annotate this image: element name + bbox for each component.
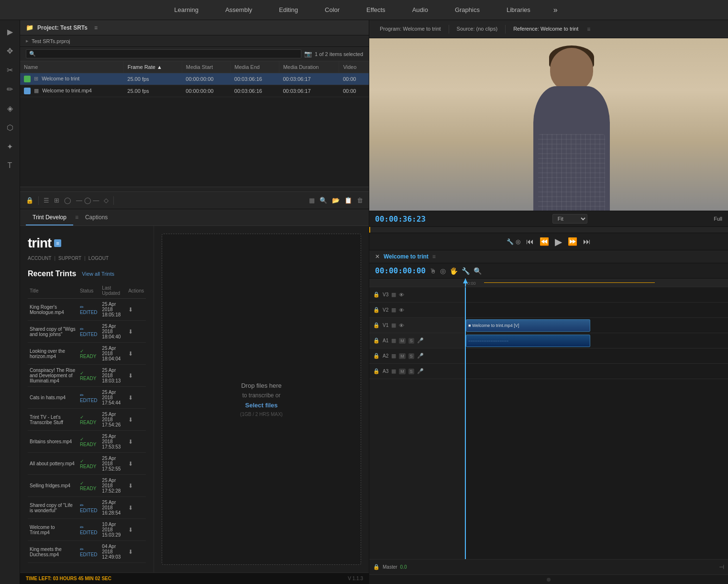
logout-link[interactable]: LOGOUT xyxy=(88,256,109,261)
delete-icon[interactable]: 🗑 xyxy=(357,197,363,204)
drop-zone[interactable]: Drop files here to transcribe or Select … xyxy=(162,234,361,565)
download-icon[interactable]: ⬇ xyxy=(128,527,133,533)
track-lock-v1[interactable]: 🔒 xyxy=(373,322,380,328)
tab-captions[interactable]: Captions xyxy=(78,209,114,225)
trint-row-3[interactable]: Conspiracy! The Rise and Development of … xyxy=(28,365,146,387)
nav-item-libraries[interactable]: Libraries xyxy=(503,4,534,15)
step-forward-btn[interactable]: ⏩ xyxy=(568,237,577,246)
download-icon[interactable]: ⬇ xyxy=(128,306,133,313)
trint-row-5[interactable]: Trint TV - Let's Transcribe Stuff ✓ READ… xyxy=(28,409,146,431)
nav-item-learning[interactable]: Learning xyxy=(170,4,202,15)
trint-row-0[interactable]: King Roger's Monologue.mp4 ✏ EDITED 25 A… xyxy=(28,299,146,321)
trint-actions[interactable]: ⬇ xyxy=(126,431,146,453)
track-mute-a2[interactable]: M xyxy=(399,353,406,359)
tl-tool-search[interactable]: 🔍 xyxy=(474,267,482,275)
track-lock-v3[interactable]: 🔒 xyxy=(373,292,380,298)
trint-row-7[interactable]: All about pottery.mp4 ✓ READY 25 Apr 201… xyxy=(28,453,146,475)
tool-select[interactable]: ▶ xyxy=(3,25,17,38)
download-icon[interactable]: ⬇ xyxy=(128,394,133,401)
account-link[interactable]: ACCOUNT xyxy=(28,256,51,261)
go-to-start-btn[interactable]: ⏮ xyxy=(526,237,534,246)
track-mute-a3[interactable]: M xyxy=(399,369,406,374)
trint-actions[interactable]: ⬇ xyxy=(126,453,146,475)
tool-ripple[interactable]: ✏ xyxy=(3,82,17,96)
trint-row-4[interactable]: Cats in hats.mp4 ✏ EDITED 25 Apr 2018 17… xyxy=(28,387,146,409)
file-row-0[interactable]: ⊞ Welcome to trint 25.00 fps 00:00:00:00… xyxy=(20,73,369,85)
nav-item-effects[interactable]: Effects xyxy=(363,4,389,15)
trint-actions[interactable]: ⬇ xyxy=(126,497,146,519)
download-icon[interactable]: ⬇ xyxy=(128,438,133,445)
tl-tool-rolling[interactable]: ◎ xyxy=(440,267,446,275)
monitor-menu-icon[interactable]: ≡ xyxy=(587,26,590,33)
col-video[interactable]: Video xyxy=(339,61,369,73)
drop-zone-select[interactable]: Select files xyxy=(245,402,278,409)
nav-item-graphics[interactable]: Graphics xyxy=(451,4,484,15)
track-eye-v1[interactable]: 👁 xyxy=(399,323,404,328)
trint-row-10[interactable]: Welcome to Trint.mp4 ✏ EDITED 10 Apr 201… xyxy=(28,519,146,541)
track-mic-a2[interactable]: 🎤 xyxy=(417,353,424,359)
track-eye-v2[interactable]: 👁 xyxy=(399,307,404,313)
trint-tab-menu[interactable]: ≡ xyxy=(75,214,78,221)
track-toggle-v3[interactable]: ▦ xyxy=(391,292,396,298)
play-pause-btn[interactable]: ▶ xyxy=(555,236,562,247)
trint-row-8[interactable]: Selling fridges.mp4 ✓ READY 25 Apr 2018 … xyxy=(28,475,146,497)
tl-tool-hand[interactable]: 🖐 xyxy=(450,267,458,275)
track-solo-a1[interactable]: S xyxy=(408,338,414,344)
download-icon[interactable]: ⬇ xyxy=(128,416,133,423)
trint-row-1[interactable]: Shared copy of "Wigs and long johns" ✏ E… xyxy=(28,321,146,343)
audio-clip-a1[interactable]: ~~~~~~~~~~~~~~~~~~ xyxy=(466,335,590,347)
download-icon[interactable]: ⬇ xyxy=(128,483,133,489)
trint-actions[interactable]: ⬇ xyxy=(126,387,146,409)
track-mute-a1[interactable]: M xyxy=(399,338,406,344)
trint-actions[interactable]: ⬇ xyxy=(126,321,146,343)
track-solo-a2[interactable]: S xyxy=(408,353,414,359)
trint-row-2[interactable]: Looking over the horizon.mp4 ✓ READY 25 … xyxy=(28,343,146,365)
trint-actions[interactable]: ⬇ xyxy=(126,343,146,365)
tool-pen[interactable]: ✦ xyxy=(3,140,17,153)
download-icon[interactable]: ⬇ xyxy=(128,505,133,511)
col-mediastart[interactable]: Media Start xyxy=(182,61,231,73)
track-toggle-a2[interactable]: ▦ xyxy=(391,353,396,359)
go-to-end-btn[interactable]: ⏭ xyxy=(583,237,591,246)
tool-track[interactable]: ◈ xyxy=(3,101,17,115)
source-monitor-label[interactable]: Source: (no clips) xyxy=(451,23,504,35)
support-link[interactable]: SUPPORT xyxy=(58,256,81,261)
col-name[interactable]: Name xyxy=(20,61,123,73)
track-lock-a2[interactable]: 🔒 xyxy=(373,353,380,359)
trint-row-6[interactable]: Britains shores.mp4 ✓ READY 25 Apr 2018 … xyxy=(28,431,146,453)
full-button[interactable]: Full xyxy=(714,216,722,222)
download-icon[interactable]: ⬇ xyxy=(128,372,133,379)
track-toggle-a3[interactable]: ▦ xyxy=(391,368,396,374)
trint-actions[interactable]: ⬇ xyxy=(126,541,146,563)
trint-actions[interactable]: ⬇ xyxy=(126,475,146,497)
horizontal-scrollbar[interactable] xyxy=(20,187,369,191)
list-view-icon[interactable]: ☰ xyxy=(44,197,49,204)
tool-move[interactable]: ✥ xyxy=(3,44,17,57)
nav-item-audio[interactable]: Audio xyxy=(408,4,432,15)
trint-row-9[interactable]: Shared copy of "Life is wonderful" ✏ EDI… xyxy=(28,497,146,519)
fit-dropdown[interactable]: Fit 25% 50% 75% 100% xyxy=(552,214,587,224)
video-clip[interactable]: ■ Welcome to trint.mp4 [V] xyxy=(466,319,590,332)
search-input[interactable] xyxy=(36,51,298,57)
grid-view-icon[interactable]: ⊞ xyxy=(54,197,59,204)
nav-item-color[interactable]: Color xyxy=(321,4,343,15)
step-back-btn[interactable]: ⏪ xyxy=(540,237,549,246)
track-lock-a3[interactable]: 🔒 xyxy=(373,368,380,374)
track-toggle-v1[interactable]: ▦ xyxy=(391,322,396,328)
col-framerate[interactable]: Frame Rate ▲ xyxy=(123,61,182,73)
tab-trint-develop[interactable]: Trint Develop xyxy=(26,209,73,225)
track-solo-a3[interactable]: S xyxy=(408,369,414,374)
download-icon[interactable]: ⬇ xyxy=(128,460,133,467)
metadata-icon[interactable]: ▦ xyxy=(309,197,315,204)
monitor-scrubber[interactable] xyxy=(369,226,728,233)
track-lock-v2[interactable]: 🔒 xyxy=(373,307,380,313)
timeline-close-btn[interactable]: ✕ xyxy=(375,253,380,260)
tl-tool-wrench[interactable]: 🔧 xyxy=(462,267,470,275)
nav-item-editing[interactable]: Editing xyxy=(275,4,302,15)
diamond-icon[interactable]: ◇ xyxy=(104,197,109,204)
camera-icon[interactable]: 📷 xyxy=(304,50,312,57)
freeform-icon[interactable]: ◯ xyxy=(64,197,71,204)
col-mediaduration[interactable]: Media Duration xyxy=(279,61,339,73)
view-all-link[interactable]: View all Trints xyxy=(82,271,114,277)
track-lock-a1[interactable]: 🔒 xyxy=(373,337,380,344)
